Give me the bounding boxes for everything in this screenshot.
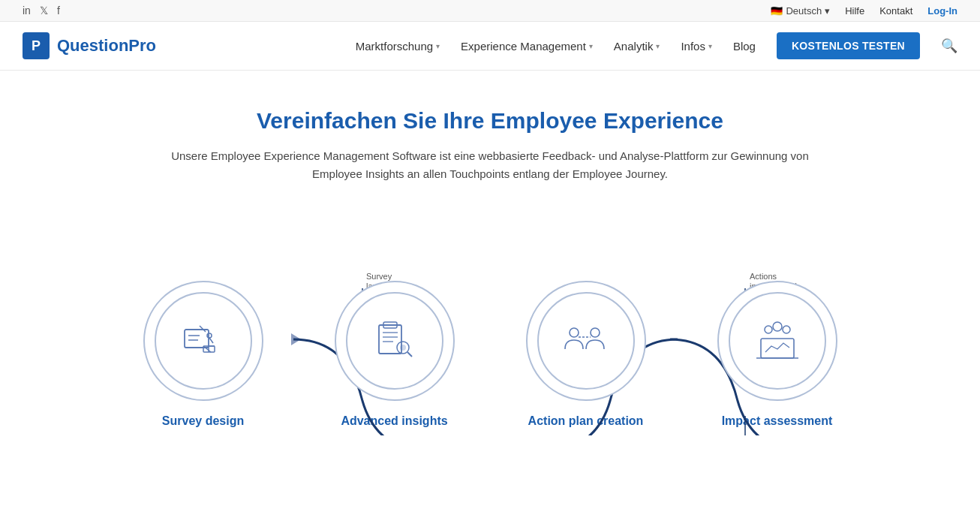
svg-rect-25 bbox=[379, 325, 401, 354]
advanced-insights-icon bbox=[368, 315, 421, 367]
impact-assessment-icon bbox=[747, 315, 807, 367]
nav-analytik[interactable]: Analytik ▾ bbox=[614, 40, 660, 53]
nav-analytik-label: Analytik bbox=[614, 40, 654, 53]
step-label-1: Survey design bbox=[162, 414, 244, 428]
svg-line-32 bbox=[407, 352, 412, 357]
hero-title: Vereinfachen Sie Ihre Employee Experienc… bbox=[85, 108, 895, 134]
nav-marktforschung-label: Marktforschung bbox=[356, 40, 433, 53]
nav-marktforschung[interactable]: Marktforschung ▾ bbox=[356, 40, 440, 53]
svg-line-20 bbox=[209, 338, 213, 343]
circle-outer-1 bbox=[143, 281, 263, 401]
circle-inner-1 bbox=[155, 292, 252, 390]
svg-point-40 bbox=[783, 326, 790, 333]
top-bar-right: 🇩🇪 Deutsch ▾ Hilfe Kontakt Log-In bbox=[771, 5, 957, 17]
nav-experience-label: Experience Management bbox=[461, 40, 586, 53]
circle-outer-2 bbox=[335, 281, 455, 401]
survey-design-icon bbox=[177, 315, 230, 367]
steps-row: Survey design bbox=[107, 236, 873, 435]
svg-point-39 bbox=[773, 322, 782, 331]
nav-experience[interactable]: Experience Management ▾ bbox=[461, 40, 593, 53]
logo-box: P bbox=[23, 32, 50, 59]
cta-button[interactable]: KOSTENLOS TESTEN bbox=[777, 32, 920, 59]
svg-line-18 bbox=[200, 326, 206, 332]
twitter-icon[interactable]: 𝕏 bbox=[40, 5, 48, 17]
step-advanced-insights: Advanced insights bbox=[320, 281, 470, 428]
svg-point-33 bbox=[570, 328, 579, 337]
chevron-down-icon: ▾ bbox=[589, 42, 593, 50]
step-survey-design: Survey design bbox=[128, 281, 278, 428]
circle-inner-2 bbox=[346, 292, 443, 390]
chevron-down-icon: ▾ bbox=[436, 42, 440, 50]
chevron-down-icon: ▾ bbox=[708, 42, 712, 50]
circle-outer-3 bbox=[526, 281, 646, 401]
linkedin-icon[interactable]: in bbox=[23, 5, 31, 17]
step-label-3: Action plan creation bbox=[528, 414, 644, 428]
chevron-down-icon: ▾ bbox=[825, 5, 830, 17]
nav-infos-label: Infos bbox=[681, 40, 705, 53]
chevron-down-icon: ▾ bbox=[656, 42, 660, 50]
step-label-4: Impact assessment bbox=[722, 414, 833, 428]
step-action-plan: Action plan creation bbox=[511, 281, 661, 428]
logo-text: QuestionPro bbox=[57, 36, 156, 56]
language-label: Deutsch bbox=[786, 5, 822, 17]
kontakt-link[interactable]: Kontakt bbox=[879, 5, 912, 17]
nav-blog[interactable]: Blog bbox=[733, 40, 756, 53]
circle-inner-4 bbox=[729, 292, 826, 390]
step-impact-assessment: Impact assessment bbox=[702, 281, 852, 428]
top-bar: in 𝕏 f 🇩🇪 Deutsch ▾ Hilfe Kontakt Log-In bbox=[0, 0, 980, 22]
nav-links: Marktforschung ▾ Experience Management ▾… bbox=[356, 32, 957, 59]
journey-diagram: Survey launched Actions implemented Puls… bbox=[92, 236, 888, 435]
circle-outer-4 bbox=[717, 281, 837, 401]
svg-rect-36 bbox=[761, 339, 794, 358]
facebook-icon[interactable]: f bbox=[57, 5, 60, 17]
hero-description: Unsere Employee Experience Management So… bbox=[152, 147, 828, 183]
language-selector[interactable]: 🇩🇪 Deutsch ▾ bbox=[771, 5, 830, 17]
logo-area[interactable]: P QuestionPro bbox=[23, 32, 156, 59]
login-link[interactable]: Log-In bbox=[927, 5, 957, 17]
social-links: in 𝕏 f bbox=[23, 5, 60, 17]
hilfe-link[interactable]: Hilfe bbox=[845, 5, 864, 17]
svg-point-31 bbox=[400, 345, 406, 351]
nav-infos[interactable]: Infos ▾ bbox=[681, 40, 712, 53]
nav-blog-label: Blog bbox=[733, 40, 756, 53]
main-nav: P QuestionPro Marktforschung ▾ Experienc… bbox=[0, 22, 980, 71]
hero-section: Vereinfachen Sie Ihre Employee Experienc… bbox=[40, 71, 940, 236]
logo-box-text: P bbox=[32, 38, 41, 54]
flag-icon: 🇩🇪 bbox=[771, 5, 783, 17]
action-plan-icon bbox=[558, 315, 614, 367]
svg-point-38 bbox=[765, 326, 772, 333]
search-icon[interactable]: 🔍 bbox=[941, 38, 957, 54]
step-label-2: Advanced insights bbox=[341, 414, 447, 428]
circle-inner-3 bbox=[537, 292, 635, 390]
svg-point-34 bbox=[591, 328, 600, 337]
svg-point-19 bbox=[207, 333, 212, 338]
svg-rect-15 bbox=[185, 330, 209, 348]
